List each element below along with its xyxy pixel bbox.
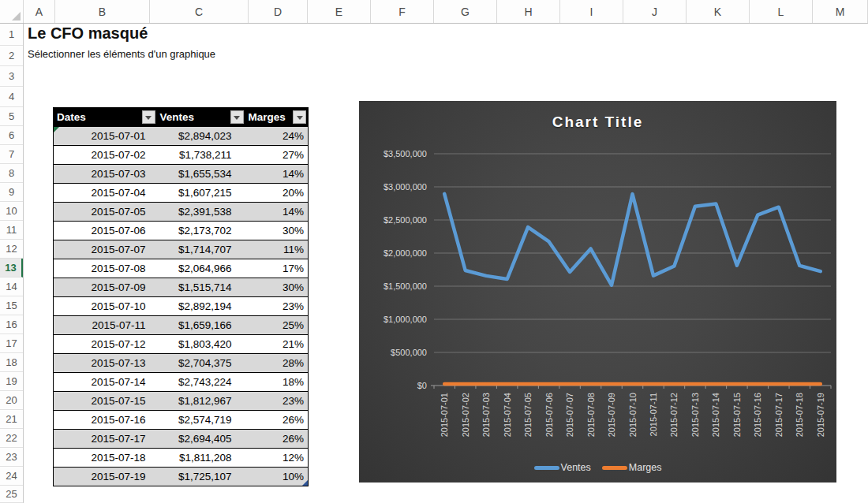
row-header-9[interactable]: 9 [0, 183, 23, 202]
cell-dates[interactable]: 2015-07-07 [54, 240, 157, 259]
row-header-21[interactable]: 21 [0, 410, 23, 429]
cell-ventes[interactable]: $2,064,966 [157, 259, 245, 278]
column-header-B[interactable]: B [55, 0, 150, 23]
cell-marges[interactable]: 17% [245, 259, 309, 278]
sheet-area[interactable]: Le CFO masqué Sélectionner les éléments … [24, 24, 868, 503]
column-header-A[interactable]: A [24, 0, 55, 23]
cell-dates[interactable]: 2015-07-17 [54, 430, 157, 449]
table-resize-handle[interactable] [302, 480, 308, 486]
cell-ventes[interactable]: $1,738,211 [157, 146, 245, 165]
cell-ventes[interactable]: $1,607,215 [157, 184, 245, 203]
cell-ventes[interactable]: $1,655,534 [157, 165, 245, 184]
column-header-J[interactable]: J [623, 0, 687, 23]
cell-dates[interactable]: 2015-07-02 [54, 146, 157, 165]
row-header-18[interactable]: 18 [0, 353, 23, 372]
cell-dates[interactable]: 2015-07-01 [54, 127, 157, 146]
row-header-25[interactable]: 25 [0, 486, 23, 503]
cell-ventes[interactable]: $1,812,967 [157, 392, 245, 411]
column-header-D[interactable]: D [249, 0, 308, 23]
row-header-24[interactable]: 24 [0, 467, 23, 486]
row-header-1[interactable]: 1 [0, 24, 23, 46]
cell-marges[interactable]: 23% [245, 392, 309, 411]
row-header-5[interactable]: 5 [0, 107, 23, 126]
chart-plot-area[interactable] [359, 101, 836, 483]
row-header-23[interactable]: 23 [0, 448, 23, 467]
column-header-C[interactable]: C [150, 0, 249, 23]
cell-ventes[interactable]: $2,892,194 [157, 297, 245, 316]
cell-marges[interactable]: 30% [245, 278, 309, 297]
column-header-marges[interactable]: Marges [245, 108, 309, 127]
cell-marges[interactable]: 30% [245, 222, 309, 240]
cell-dates[interactable]: 2015-07-03 [54, 165, 157, 184]
column-header-dates[interactable]: Dates [54, 108, 157, 127]
cell-marges[interactable]: 18% [245, 373, 309, 392]
column-header-ventes[interactable]: Ventes [157, 108, 245, 127]
row-header-3[interactable]: 3 [0, 66, 23, 87]
cell-dates[interactable]: 2015-07-13 [54, 354, 157, 373]
cell-ventes[interactable]: $2,694,405 [157, 430, 245, 449]
cell-marges[interactable]: 12% [245, 449, 309, 468]
column-header-E[interactable]: E [308, 0, 371, 23]
filter-dropdown-button[interactable] [293, 110, 306, 124]
filter-dropdown-button[interactable] [230, 110, 244, 124]
cell-dates[interactable]: 2015-07-05 [54, 203, 157, 222]
cell-dates[interactable]: 2015-07-15 [54, 392, 157, 411]
cell-marges[interactable]: 21% [245, 335, 309, 354]
cell-ventes[interactable]: $1,515,714 [157, 278, 245, 297]
row-header-22[interactable]: 22 [0, 429, 23, 448]
cell-dates[interactable]: 2015-07-06 [54, 222, 157, 240]
column-header-M[interactable]: M [813, 0, 868, 23]
cell-marges[interactable]: 20% [245, 184, 309, 203]
cell-marges[interactable]: 10% [245, 468, 309, 486]
cell-ventes[interactable]: $2,173,702 [157, 222, 245, 240]
cell-ventes[interactable]: $2,574,719 [157, 411, 245, 430]
row-header-14[interactable]: 14 [0, 278, 23, 296]
column-header-G[interactable]: G [434, 0, 497, 23]
cell-dates[interactable]: 2015-07-10 [54, 297, 157, 316]
column-header-H[interactable]: H [497, 0, 560, 23]
cell-dates[interactable]: 2015-07-18 [54, 449, 157, 468]
row-header-11[interactable]: 11 [0, 221, 23, 240]
row-header-6[interactable]: 6 [0, 126, 23, 145]
series-line-ventes[interactable] [444, 194, 821, 285]
cell-ventes[interactable]: $2,743,224 [157, 373, 245, 392]
row-header-15[interactable]: 15 [0, 296, 23, 315]
row-header-17[interactable]: 17 [0, 334, 23, 353]
row-header-8[interactable]: 8 [0, 164, 23, 183]
cell-marges[interactable]: 24% [245, 127, 309, 146]
cell-marges[interactable]: 25% [245, 316, 309, 335]
cell-dates[interactable]: 2015-07-04 [54, 184, 157, 203]
cell-marges[interactable]: 28% [245, 354, 309, 373]
cell-marges[interactable]: 26% [245, 430, 309, 449]
column-header-I[interactable]: I [560, 0, 623, 23]
row-header-2[interactable]: 2 [0, 46, 23, 66]
select-all-button[interactable] [0, 0, 24, 23]
column-header-L[interactable]: L [750, 0, 813, 23]
row-header-10[interactable]: 10 [0, 202, 23, 221]
row-header-12[interactable]: 12 [0, 240, 23, 259]
cell-ventes[interactable]: $2,704,375 [157, 354, 245, 373]
cell-dates[interactable]: 2015-07-09 [54, 278, 157, 297]
cell-ventes[interactable]: $1,659,166 [157, 316, 245, 335]
cell-marges[interactable]: 14% [245, 203, 309, 222]
cell-ventes[interactable]: $1,725,107 [157, 468, 245, 486]
cell-dates[interactable]: 2015-07-16 [54, 411, 157, 430]
cell-marges[interactable]: 11% [245, 240, 309, 259]
cell-ventes[interactable]: $1,811,208 [157, 449, 245, 468]
cell-dates[interactable]: 2015-07-12 [54, 335, 157, 354]
cell-dates[interactable]: 2015-07-11 [54, 316, 157, 335]
row-header-20[interactable]: 20 [0, 391, 23, 410]
column-header-F[interactable]: F [371, 0, 434, 23]
cell-ventes[interactable]: $2,391,538 [157, 203, 245, 222]
chart[interactable]: Chart Title VentesMarges $0$500,000$1,00… [359, 101, 836, 483]
cell-marges[interactable]: 23% [245, 297, 309, 316]
cell-dates[interactable]: 2015-07-14 [54, 373, 157, 392]
column-header-K[interactable]: K [687, 0, 750, 23]
cell-marges[interactable]: 27% [245, 146, 309, 165]
row-header-4[interactable]: 4 [0, 87, 23, 107]
row-header-19[interactable]: 19 [0, 372, 23, 391]
cell-dates[interactable]: 2015-07-08 [54, 259, 157, 278]
row-header-16[interactable]: 16 [0, 315, 23, 334]
cell-marges[interactable]: 26% [245, 411, 309, 430]
cell-marges[interactable]: 14% [245, 165, 309, 184]
